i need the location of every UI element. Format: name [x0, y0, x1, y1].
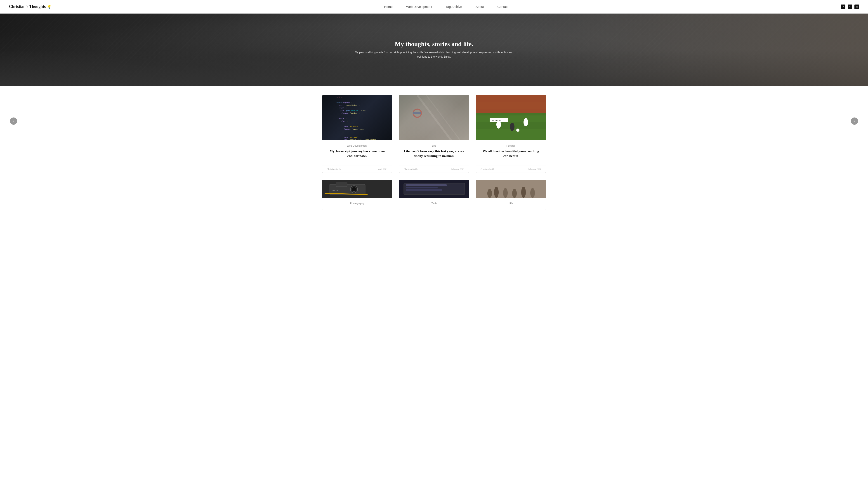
nav-tag-archive[interactable]: Tag Archive — [446, 5, 462, 9]
card-footer-3: Christian Smith February 2021 — [476, 166, 546, 173]
card-tech[interactable]: Tech — [399, 180, 469, 210]
card-football[interactable]: DAILY POST Football We all love the beau… — [476, 95, 546, 173]
svg-rect-26 — [406, 187, 438, 188]
svg-point-32 — [512, 189, 517, 198]
card-author-2: Christian Smith — [404, 168, 417, 170]
card-life[interactable]: Life Life hasn't been easy this last yea… — [399, 95, 469, 173]
nav-home[interactable]: Home — [384, 5, 393, 9]
card-category-2: Life — [404, 144, 464, 147]
svg-point-33 — [521, 187, 526, 198]
card-image-code: <div class="tag-cloud"> <ul id="tag-list… — [322, 95, 392, 140]
nav-web-development[interactable]: Web Development — [406, 5, 432, 9]
chevron-right-icon: › — [854, 119, 855, 123]
facebook-icon[interactable]: f — [841, 4, 845, 9]
card-web-development[interactable]: <div class="tag-cloud"> <ul id="tag-list… — [322, 95, 392, 173]
card-category-6: Life — [480, 202, 541, 205]
hero-subtitle: My personal blog made from scratch, prac… — [355, 51, 513, 59]
hero-section: My thoughts, stories and life. My person… — [0, 13, 868, 86]
camera-svg: NIKON — [322, 180, 392, 198]
card-category-4: Photography — [327, 202, 388, 205]
card-footer-1: Christian Smith April 2021 — [322, 166, 392, 173]
card-body-4: Photography — [322, 198, 392, 210]
card-image-people — [476, 180, 546, 198]
card-people[interactable]: Life — [476, 180, 546, 210]
svg-rect-25 — [406, 184, 447, 186]
cards-section: ‹ <div class="tag-cloud"> <ul id="tag-li… — [0, 86, 868, 226]
cards-row-1: ‹ <div class="tag-cloud"> <ul id="tag-li… — [13, 95, 855, 173]
card-date-3: February 2021 — [528, 168, 541, 170]
hero-content: My thoughts, stories and life. My person… — [355, 40, 513, 59]
brand-icon: 💡 — [47, 4, 52, 9]
card-author-1: Christian Smith — [327, 168, 341, 170]
carousel-next-button[interactable]: › — [851, 118, 858, 125]
cards-row-2: NIKON Photography Tech — [13, 180, 855, 210]
social-links: f t ig — [841, 4, 859, 9]
svg-point-30 — [494, 187, 499, 198]
card-camera[interactable]: NIKON Photography — [322, 180, 392, 210]
card-title-1: My Javascript journey has come to an end… — [327, 149, 388, 158]
card-category-1: Web Development — [327, 144, 388, 147]
nav-about[interactable]: About — [475, 5, 484, 9]
card-body-6: Life — [476, 198, 546, 210]
card-body-3: Football We all love the beautiful game.… — [476, 140, 546, 166]
card-footer-2: Christian Smith February 2021 — [399, 166, 469, 173]
card-category-3: Football — [480, 144, 541, 147]
card-body-1: Web Development My Javascript journey ha… — [322, 140, 392, 166]
card-date-1: April 2021 — [378, 168, 388, 170]
svg-point-11 — [510, 123, 515, 131]
svg-point-29 — [487, 189, 492, 198]
card-category-5: Tech — [404, 202, 464, 205]
svg-rect-18 — [336, 182, 347, 187]
navbar: Christian's Thoughts 💡 Home Web Developm… — [0, 0, 868, 13]
svg-point-13 — [516, 129, 520, 132]
svg-rect-4 — [413, 112, 421, 114]
card-title-3: We all love the beautiful game. nothing … — [480, 149, 541, 158]
svg-point-31 — [503, 188, 508, 198]
nav-contact[interactable]: Contact — [498, 5, 508, 9]
svg-point-12 — [524, 118, 528, 126]
card-image-tech — [399, 180, 469, 198]
twitter-icon[interactable]: t — [848, 4, 852, 9]
football-svg: DAILY POST — [476, 95, 546, 140]
card-image-football: DAILY POST — [476, 95, 546, 140]
tech-svg — [399, 180, 469, 198]
card-author-3: Christian Smith — [480, 168, 494, 170]
hero-title: My thoughts, stories and life. — [355, 40, 513, 48]
svg-point-34 — [530, 188, 535, 198]
instagram-icon[interactable]: ig — [855, 4, 859, 9]
card-body-2: Life Life hasn't been easy this last yea… — [399, 140, 469, 166]
brand-name: Christian's Thoughts — [9, 4, 46, 9]
card-image-crowd — [399, 95, 469, 140]
card-body-5: Tech — [399, 198, 469, 210]
svg-point-20 — [352, 187, 356, 192]
carousel-prev-button[interactable]: ‹ — [10, 118, 17, 125]
card-title-2: Life hasn't been easy this last year, ar… — [404, 149, 464, 158]
chevron-left-icon: ‹ — [13, 119, 14, 123]
card-image-camera: NIKON — [322, 180, 392, 198]
svg-text:DAILY POST: DAILY POST — [491, 120, 501, 122]
svg-rect-28 — [476, 180, 546, 198]
people-svg — [476, 180, 546, 198]
svg-rect-27 — [406, 189, 442, 191]
brand-logo[interactable]: Christian's Thoughts 💡 — [9, 4, 52, 9]
main-nav: Home Web Development Tag Archive About C… — [384, 5, 508, 9]
crowd-svg — [399, 95, 469, 140]
svg-text:NIKON: NIKON — [333, 190, 338, 192]
svg-rect-9 — [476, 95, 546, 113]
card-date-2: February 2021 — [451, 168, 464, 170]
